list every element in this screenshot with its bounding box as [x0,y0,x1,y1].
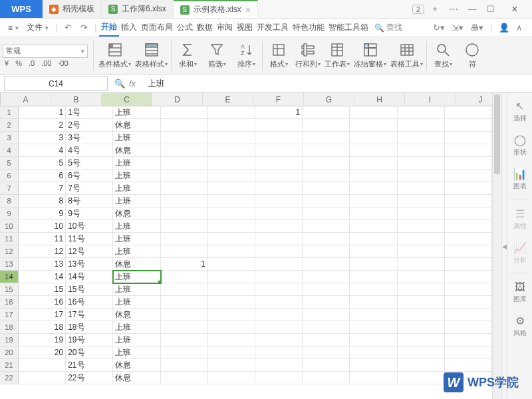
cell-C9[interactable]: 休息 [113,207,160,220]
col-header-E[interactable]: E [203,93,253,106]
cell-I7[interactable] [398,182,445,195]
redo-button[interactable]: ↷ [76,21,92,35]
cell-F6[interactable] [255,170,303,182]
tool-sum[interactable]: 求和 [173,42,202,69]
cell-D19[interactable] [161,334,208,346]
cell-G5[interactable] [303,157,350,170]
cell-G10[interactable] [303,220,350,233]
cell-F13[interactable] [255,258,303,271]
cell-J5[interactable] [445,157,492,170]
cell-J21[interactable] [445,359,492,372]
cell-D11[interactable] [161,233,208,245]
undo-button[interactable]: ↶ [60,21,76,35]
cell-E7[interactable] [208,182,255,195]
cell-I10[interactable] [398,220,445,233]
cell-H11[interactable] [350,233,397,245]
cell-J9[interactable] [445,207,492,220]
cell-C3[interactable]: 上班 [113,132,160,144]
row-header[interactable]: 15 [0,283,19,296]
panel-collapse[interactable]: ◀ [501,93,507,399]
side-风格[interactable]: ⚙风格 [507,312,532,340]
cell-J10[interactable] [445,220,492,233]
row-header[interactable]: 14 [0,271,19,283]
cell-E9[interactable] [208,207,255,220]
cell-G9[interactable] [303,207,350,220]
wps-button[interactable]: WPS [0,0,43,18]
cell-A22[interactable] [19,372,66,384]
cell-F12[interactable] [255,245,303,258]
cell-H22[interactable] [350,372,397,384]
cell-G11[interactable] [303,233,350,245]
cell-J6[interactable] [445,170,492,182]
row-header[interactable]: 9 [0,207,19,220]
col-header-C[interactable]: C [102,93,152,106]
cell-C18[interactable]: 上班 [113,321,160,334]
cell-I17[interactable] [398,309,445,321]
cell-E15[interactable] [208,283,255,296]
num-format-btn[interactable]: ¥ [3,59,11,67]
cell-D9[interactable] [161,207,208,220]
cell-H10[interactable] [350,220,397,233]
col-header-D[interactable]: D [152,93,203,106]
cell-F4[interactable] [255,144,303,157]
cell-C2[interactable]: 休息 [113,119,160,132]
cell-C16[interactable]: 上班 [113,296,160,309]
row-header[interactable]: 2 [0,119,19,132]
cell-I2[interactable] [398,119,445,132]
cell-J3[interactable] [445,132,492,144]
cell-J17[interactable] [445,309,492,321]
cell-D14[interactable] [161,271,208,283]
formula-input[interactable]: 上班 [142,78,532,90]
cell-D20[interactable] [161,346,208,359]
cell-G13[interactable] [303,258,350,271]
cell-C7[interactable]: 上班 [113,182,160,195]
tool-rowcol[interactable]: 行和列 [293,42,323,69]
cell-H15[interactable] [350,283,397,296]
cell-I3[interactable] [398,132,445,144]
cell-F19[interactable] [255,334,303,346]
ribbon-tab-7[interactable]: 开发工具 [255,19,291,36]
cell-J16[interactable] [445,296,492,309]
cell-A8[interactable]: 8 [19,195,66,207]
row-header[interactable]: 1 [0,106,19,119]
tool-filter[interactable]: 筛选 [202,42,231,69]
print-icon[interactable]: 🖶▾ [470,23,483,33]
cell-E13[interactable] [208,258,255,271]
tool-sort[interactable]: AZ排序 [231,42,261,69]
row-header[interactable]: 11 [0,233,19,245]
cell-D17[interactable] [161,309,208,321]
maximize-button[interactable]: ☐ [483,3,499,16]
cell-J11[interactable] [445,233,492,245]
cell-C10[interactable]: 上班 [113,220,160,233]
cell-C13[interactable]: 休息 [113,258,160,271]
name-box[interactable]: C14 [4,76,108,91]
row-header[interactable]: 12 [0,245,19,258]
cell-I13[interactable] [398,258,445,271]
chevron-up-icon[interactable]: ∧ [516,23,523,33]
cell-E1[interactable] [208,106,255,119]
search-button[interactable]: 🔍 查找 [374,22,402,33]
cell-A16[interactable]: 16 [19,296,66,309]
cell-G12[interactable] [303,245,350,258]
cell-B13[interactable]: 13号 [66,258,113,271]
cell-D21[interactable] [161,359,208,372]
cell-E12[interactable] [208,245,255,258]
cell-A9[interactable]: 9 [19,207,66,220]
side-图表[interactable]: 📊图表 [507,165,532,194]
new-tab-button[interactable]: + [427,3,443,16]
fx-label[interactable]: fx [129,78,136,88]
cell-C17[interactable]: 休息 [113,309,160,321]
cell-G17[interactable] [303,309,350,321]
tab-workbook6[interactable]: S 工作簿6.xlsx [102,0,174,18]
cell-C5[interactable]: 上班 [113,157,160,170]
cell-B7[interactable]: 7号 [66,182,113,195]
cell-A10[interactable]: 10 [19,220,66,233]
cell-G1[interactable] [303,106,350,119]
cell-A13[interactable]: 13 [19,258,66,271]
cell-A12[interactable]: 12 [19,245,66,258]
cell-I14[interactable] [398,271,445,283]
side-图库[interactable]: 🖼图库 [507,279,532,307]
cell-E11[interactable] [208,233,255,245]
cloud-icon[interactable]: ↻▾ [433,23,445,33]
cell-I22[interactable] [398,372,445,384]
